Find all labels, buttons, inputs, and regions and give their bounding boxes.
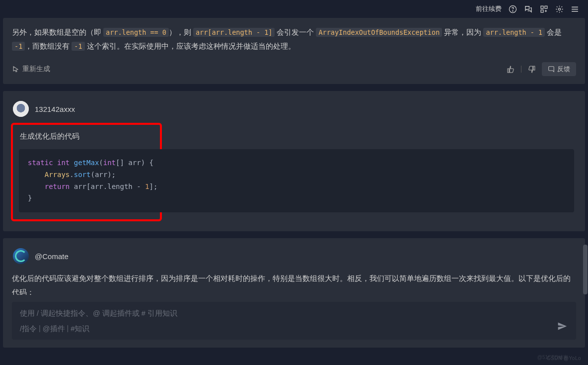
feedback-button[interactable]: 反馈 xyxy=(542,62,576,76)
svg-rect-4 xyxy=(541,9,543,12)
prompt-title: 生成优化后的代码 xyxy=(20,132,153,141)
scrollbar-thumb[interactable] xyxy=(583,245,588,294)
thumbs-down-icon[interactable] xyxy=(527,65,536,74)
inline-code: arr.length == 0 xyxy=(103,28,169,37)
renew-link[interactable]: 前往续费 xyxy=(476,4,502,13)
svg-rect-3 xyxy=(545,6,547,8)
comate-reply: 优化后的代码应该避免对整个数组进行排序，因为排序是一个相对耗时的操作，特别是当数… xyxy=(12,272,576,295)
help-icon[interactable] xyxy=(509,5,517,13)
inline-code: arr[arr.length - 1] xyxy=(193,28,275,37)
svg-rect-2 xyxy=(541,6,543,8)
grid-icon[interactable] xyxy=(540,5,548,13)
comate-message: @Comate 优化后的代码应该避免对整个数组进行排序，因为排序是一个相对耗时的… xyxy=(3,238,585,348)
hint-plugin[interactable]: @插件 xyxy=(43,324,65,334)
chat-main: 另外，如果数组是空的（即 arr.length == 0），则 arr[arr.… xyxy=(0,18,588,360)
svg-point-5 xyxy=(558,8,560,10)
highlight-annotation: 生成优化后的代码 static int getMax(int[] arr) { … xyxy=(11,123,162,221)
inline-code: -1 xyxy=(12,42,25,51)
username: 132142axxx xyxy=(35,105,75,113)
avatar xyxy=(13,101,29,117)
thumbs-up-icon[interactable] xyxy=(507,65,515,74)
input-placeholder: 使用 / 调起快捷指令、@ 调起插件或 # 引用知识 xyxy=(20,309,568,318)
assistant-paragraph: 另外，如果数组是空的（即 arr.length == 0），则 arr[arr.… xyxy=(12,26,576,53)
comate-header: @Comate xyxy=(12,246,576,272)
topbar: 前往续费 xyxy=(0,0,588,18)
inline-code: ArrayIndexOutOfBoundsException xyxy=(316,28,442,37)
comate-name: @Comate xyxy=(35,252,69,261)
comate-avatar xyxy=(13,248,29,264)
send-icon[interactable] xyxy=(557,321,567,333)
hint-cmd[interactable]: /指令 xyxy=(20,324,37,334)
user-header: 132142axxx xyxy=(12,99,576,124)
input-area[interactable]: 使用 / 调起快捷指令、@ 调起插件或 # 引用知识 /指令 | @插件 | #… xyxy=(12,302,576,340)
action-row: 重新生成 反馈 xyxy=(12,62,576,76)
right-actions: 反馈 xyxy=(507,62,576,76)
menu-icon[interactable] xyxy=(571,5,579,13)
hint-knowledge[interactable]: #知识 xyxy=(71,324,89,334)
user-message: 132142axxx 生成优化后的代码 static int getMax(in… xyxy=(3,91,585,231)
gear-icon[interactable] xyxy=(555,5,564,13)
inline-code: -1 xyxy=(72,42,84,51)
inline-code: arr.length - 1 xyxy=(483,28,545,37)
code-block: static int getMax(int[] arr) { Arrays.so… xyxy=(19,149,574,212)
watermark: CSDN @YoLo xyxy=(547,356,581,361)
assistant-message: 另外，如果数组是空的（即 arr.length == 0），则 arr[arr.… xyxy=(3,18,585,84)
svg-point-1 xyxy=(513,10,513,11)
regenerate-button[interactable]: 重新生成 xyxy=(12,65,50,74)
chat-icon[interactable] xyxy=(524,4,533,13)
input-hints: /指令 | @插件 | #知识 xyxy=(20,324,568,334)
divider xyxy=(521,66,521,73)
